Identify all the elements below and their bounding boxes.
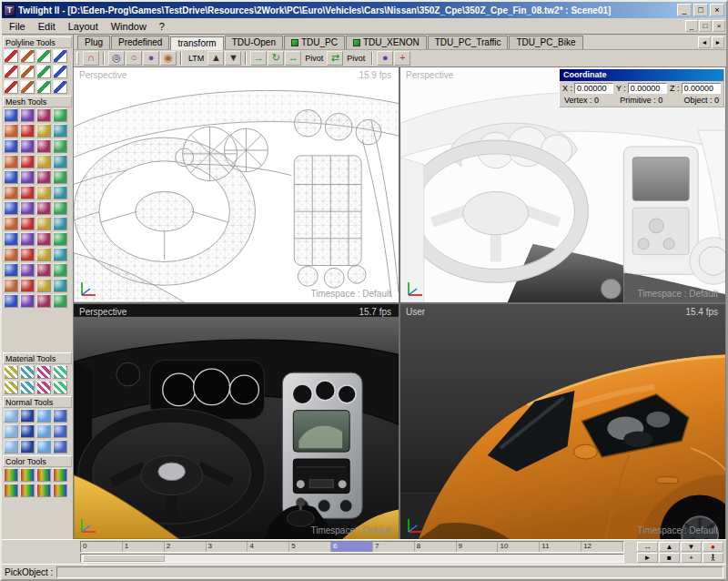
tool-icon[interactable] [20, 294, 35, 308]
toolbar-tab-tdu-open[interactable]: TDU-Open [225, 36, 283, 49]
tool-icon[interactable] [36, 139, 51, 153]
tool-icon[interactable] [4, 139, 18, 153]
frame-tick-5[interactable]: 5 [289, 542, 331, 552]
tool-icon[interactable] [53, 124, 67, 138]
tool-icon[interactable] [36, 155, 51, 168]
tool-icon[interactable] [53, 217, 67, 230]
x-value-field[interactable]: 0.00000 [574, 83, 613, 94]
tool-icon[interactable] [36, 170, 51, 184]
tool-icon[interactable] [53, 49, 67, 63]
tool-icon[interactable] [20, 381, 35, 394]
material-sphere-icon[interactable]: ● [377, 51, 393, 66]
tool-icon[interactable] [4, 381, 18, 394]
tool-icon[interactable] [53, 381, 67, 394]
close-button[interactable]: × [710, 4, 724, 16]
toolbar-tab-tdu-pc[interactable]: TDU_PC [284, 36, 345, 49]
tool-icon[interactable] [53, 484, 67, 497]
viewport-shaded[interactable]: Perspective Timespace : Default Coordina… [400, 67, 725, 302]
tool-icon[interactable] [4, 217, 18, 230]
mdi-restore-button[interactable]: □ [699, 20, 712, 32]
rotate-icon[interactable]: ↻ [268, 51, 284, 66]
tool-icon[interactable] [53, 170, 67, 184]
tool-icon[interactable] [20, 409, 35, 423]
frame-tick-7[interactable]: 7 [373, 542, 415, 552]
tool-icon[interactable] [20, 108, 35, 122]
tool-icon[interactable] [36, 186, 51, 199]
tool-icon[interactable] [53, 440, 67, 454]
tool-icon[interactable] [53, 365, 67, 379]
tool-icon[interactable] [53, 468, 67, 482]
frame-tick-3[interactable]: 3 [207, 542, 248, 552]
tool-icon[interactable] [4, 468, 18, 482]
frame-tick-0[interactable]: 0 [81, 542, 123, 552]
circle-select-icon[interactable]: ○ [126, 51, 142, 66]
tool-icon[interactable] [36, 365, 51, 379]
toolbar-tab-tdu-xenon[interactable]: TDU_XENON [346, 36, 427, 49]
timeline-scrollbar[interactable] [80, 554, 624, 563]
toolbar-tab-transform[interactable]: transform [170, 36, 223, 50]
toolbar-tab-plug[interactable]: Plug [77, 36, 110, 49]
tool-icon[interactable] [4, 484, 18, 497]
magnet-icon[interactable]: ∩ [83, 51, 99, 66]
tool-icon[interactable] [36, 279, 51, 292]
frame-tick-9[interactable]: 9 [457, 542, 499, 552]
section-header-normal-tools[interactable]: Normal Tools [3, 396, 72, 408]
y-value-field[interactable]: 0.00000 [628, 83, 667, 94]
tool-icon[interactable] [20, 484, 35, 497]
viewport-textured[interactable]: Perspective 15.7 fps Timespace : Default [74, 304, 399, 539]
tool-icon[interactable] [20, 124, 35, 138]
record-button[interactable]: ● [703, 542, 723, 552]
timeline-scroll-thumb[interactable] [83, 555, 165, 562]
toolbar-tab-tdu-pc-traffic[interactable]: TDU_PC_Traffic [428, 36, 509, 49]
axes-icon[interactable]: + [394, 51, 410, 66]
tool-icon[interactable] [53, 279, 67, 292]
z-value-field[interactable]: 0.00000 [682, 83, 722, 94]
tool-icon[interactable] [4, 232, 18, 246]
tool-icon[interactable] [4, 409, 18, 423]
menu-file[interactable]: File [3, 20, 32, 33]
coordinate-panel-title[interactable]: Coordinate [560, 69, 723, 81]
tool-icon[interactable] [4, 279, 18, 292]
tool-icon[interactable] [53, 409, 67, 423]
tool-icon[interactable] [20, 186, 35, 199]
tool-icon[interactable] [4, 124, 18, 138]
tool-icon[interactable] [36, 124, 51, 138]
tool-icon[interactable] [4, 440, 18, 454]
tool-icon[interactable] [20, 65, 35, 78]
tool-icon[interactable] [20, 263, 35, 277]
tool-icon[interactable] [36, 65, 51, 78]
tool-icon[interactable] [4, 80, 18, 94]
tool-icon[interactable] [36, 108, 51, 122]
walk-button[interactable] [703, 553, 723, 563]
frame-tick-1[interactable]: 1 [123, 542, 165, 552]
tool-icon[interactable] [4, 201, 18, 215]
frame-tick-6[interactable]: 6 [331, 542, 373, 552]
tool-icon[interactable] [36, 409, 51, 423]
section-header-polyline-tools[interactable]: Polyline Tools [3, 36, 72, 48]
tool-icon[interactable] [20, 170, 35, 184]
tool-icon[interactable] [36, 424, 51, 438]
frame-tick-2[interactable]: 2 [165, 542, 207, 552]
menu-layout[interactable]: Layout [62, 20, 105, 33]
translate-pivot-icon[interactable]: ⇄ [327, 51, 343, 66]
tool-icon[interactable] [36, 217, 51, 230]
tool-icon[interactable] [20, 155, 35, 168]
next-key-button[interactable]: ▼ [681, 542, 702, 552]
pick-icon[interactable]: ◎ [108, 51, 125, 66]
tool-icon[interactable] [4, 170, 18, 184]
toolbar-tab-predefined[interactable]: Predefined [111, 36, 169, 49]
range-button[interactable]: ↔ [637, 542, 658, 552]
tool-icon[interactable] [4, 365, 18, 379]
menu-window[interactable]: Window [105, 20, 153, 33]
tool-icon[interactable] [20, 440, 35, 454]
tool-icon[interactable] [20, 468, 35, 482]
tab-scroll-left-icon[interactable]: ◄ [698, 36, 711, 48]
target-icon[interactable]: ◉ [160, 51, 177, 66]
tool-icon[interactable] [53, 186, 67, 199]
mdi-minimize-button[interactable]: _ [685, 20, 698, 32]
tool-icon[interactable] [53, 201, 67, 215]
frame-tick-12[interactable]: 12 [581, 542, 623, 552]
tool-icon[interactable] [20, 217, 35, 230]
spin-up-icon[interactable]: ▲ [207, 51, 224, 66]
prev-key-button[interactable]: ▲ [659, 542, 680, 552]
